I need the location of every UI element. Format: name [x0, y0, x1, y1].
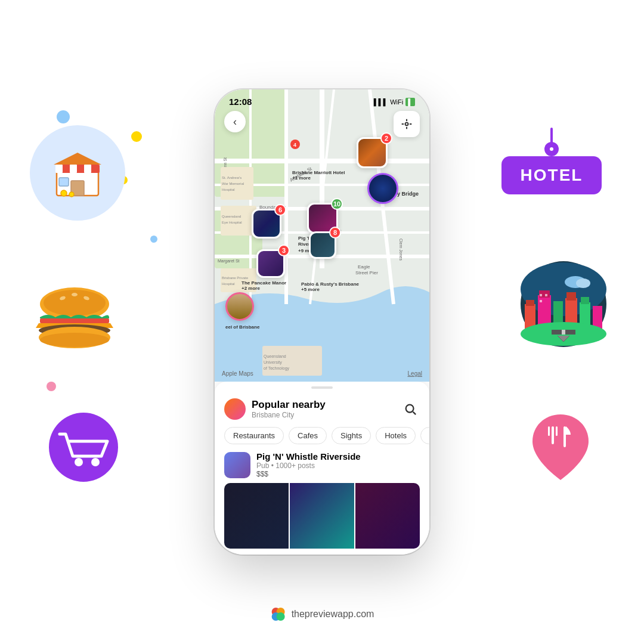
svg-rect-7 [59, 178, 69, 186]
place-name-1: Pig 'N' Whistle Riverside [256, 451, 361, 462]
footer-text: thepreviewapp.com [292, 609, 374, 620]
svg-rect-43 [548, 426, 550, 436]
marriott-label: Brisbane Marriott Hotel+1 more [292, 170, 345, 181]
place-photos-1 [224, 483, 420, 549]
svg-rect-3 [70, 165, 77, 173]
pin-badge-8: 8 [329, 227, 341, 239]
map-pin-person[interactable] [225, 292, 254, 321]
svg-rect-42 [552, 426, 554, 444]
svg-rect-37 [545, 294, 547, 296]
legal-label: Legal [408, 370, 422, 377]
svg-point-19 [49, 413, 118, 482]
svg-text:Hospital: Hospital [222, 188, 235, 191]
status-bar: 12:08 ▌▌▌ WiFi ▌ [215, 89, 429, 109]
filter-tabs: Restaurants Cafes Sights Hotels Parks & … [215, 425, 429, 451]
svg-text:Hospital: Hospital [222, 282, 235, 286]
svg-rect-34 [581, 297, 589, 304]
svg-text:Queensland: Queensland [264, 354, 286, 359]
svg-rect-41 [562, 330, 565, 335]
map-pin-5[interactable]: 3 [256, 249, 285, 278]
place-list: Pig 'N' Whistle Riverside Pub • 1000+ po… [215, 451, 429, 555]
svg-line-85 [413, 412, 416, 415]
reel-label: eel of Brisbane [225, 324, 259, 330]
pablo-rusty-label: Pablo & Rusty's Brisbane+5 more [301, 281, 359, 292]
map-pin-1[interactable]: 2 [357, 137, 388, 168]
svg-point-8 [61, 190, 67, 196]
svg-rect-32 [566, 292, 576, 301]
status-time: 12:08 [229, 97, 252, 107]
pancake-manor-label: The Pancake Manor+2 more [242, 280, 286, 291]
svg-text:University: University [264, 360, 282, 365]
footer: thepreviewapp.com [270, 606, 374, 623]
svg-point-84 [406, 405, 414, 413]
sheet-subtitle: Brisbane City [252, 411, 326, 419]
map-pin-2[interactable]: 6 [252, 209, 281, 239]
map-area: Adelaide St Boundary St Ann St Alice St … [215, 89, 429, 382]
pin-badge-2: 2 [380, 132, 392, 144]
svg-text:St. Andrew's: St. Andrew's [222, 176, 242, 179]
back-button[interactable]: ‹ [224, 111, 246, 132]
svg-rect-38 [540, 300, 542, 302]
svg-text:War Memorial: War Memorial [222, 182, 244, 185]
dot-5 [47, 382, 56, 391]
svg-text:Margaret St: Margaret St [218, 259, 240, 264]
sheet-title: Popular nearby [252, 399, 326, 411]
svg-point-9 [69, 192, 74, 197]
svg-point-18 [40, 333, 109, 347]
dot-3 [57, 110, 70, 123]
svg-point-20 [75, 458, 83, 466]
city-icon [516, 256, 611, 352]
filter-tab-cafes[interactable]: Cafes [289, 427, 327, 444]
svg-point-21 [91, 458, 100, 466]
hotel-sign-icon: HOTEL [492, 119, 611, 203]
map-pin-circle[interactable] [367, 173, 398, 204]
phone-mockup: 12:08 ▌▌▌ WiFi ▌ [215, 89, 429, 555]
svg-text:4: 4 [293, 142, 296, 148]
svg-rect-4 [84, 165, 91, 173]
svg-rect-45 [564, 426, 566, 447]
place-photo-1c [355, 483, 420, 549]
search-button[interactable] [401, 400, 420, 419]
svg-marker-5 [54, 153, 101, 165]
dot-1 [131, 131, 142, 142]
cart-icon [42, 405, 125, 489]
sheet-avatar [224, 398, 246, 420]
place-item-1[interactable]: Pig 'N' Whistle Riverside Pub • 1000+ po… [224, 451, 420, 549]
svg-text:Eye Hospital: Eye Hospital [222, 221, 242, 224]
svg-rect-36 [540, 294, 542, 296]
svg-text:Street Pier: Street Pier [355, 270, 378, 275]
svg-point-25 [576, 278, 590, 288]
svg-text:Eagle: Eagle [358, 264, 370, 270]
pin-badge-6: 6 [274, 204, 286, 216]
svg-text:of Technology: of Technology [264, 366, 290, 371]
app-logo [270, 606, 287, 623]
svg-point-89 [277, 612, 285, 621]
svg-rect-27 [526, 300, 534, 306]
svg-point-13 [72, 293, 78, 296]
place-thumb-1 [224, 452, 250, 478]
filter-tab-hotels[interactable]: Hotels [376, 427, 416, 444]
dot-4 [150, 236, 157, 243]
svg-rect-2 [55, 165, 63, 173]
apple-maps-label: Apple Maps [222, 370, 253, 377]
place-meta-1: Pub • 1000+ posts [256, 462, 361, 470]
pin-badge-3: 3 [278, 244, 290, 256]
svg-text:Brisbane Private: Brisbane Private [222, 276, 249, 280]
place-photo-1a [224, 483, 289, 549]
pin-badge-10: 10 [331, 198, 343, 210]
place-price-1: $$$ [256, 470, 361, 478]
food-pin-icon [519, 405, 602, 489]
svg-point-83 [405, 123, 408, 126]
place-photo-1b [290, 483, 354, 549]
bottom-sheet: Popular nearby Brisbane City Restaurants… [215, 382, 429, 555]
location-button[interactable] [394, 111, 420, 137]
filter-tab-sights[interactable]: Sights [332, 427, 371, 444]
svg-text:Clem Jones: Clem Jones [399, 239, 403, 261]
filter-tab-parks[interactable]: Parks & G [420, 427, 429, 444]
svg-rect-15 [40, 318, 109, 323]
svg-rect-44 [556, 426, 558, 436]
filter-tab-restaurants[interactable]: Restaurants [224, 427, 284, 444]
svg-text:Queensland: Queensland [222, 215, 241, 218]
shop-icon [30, 125, 125, 221]
map-pin-4[interactable]: 8 [309, 231, 336, 259]
